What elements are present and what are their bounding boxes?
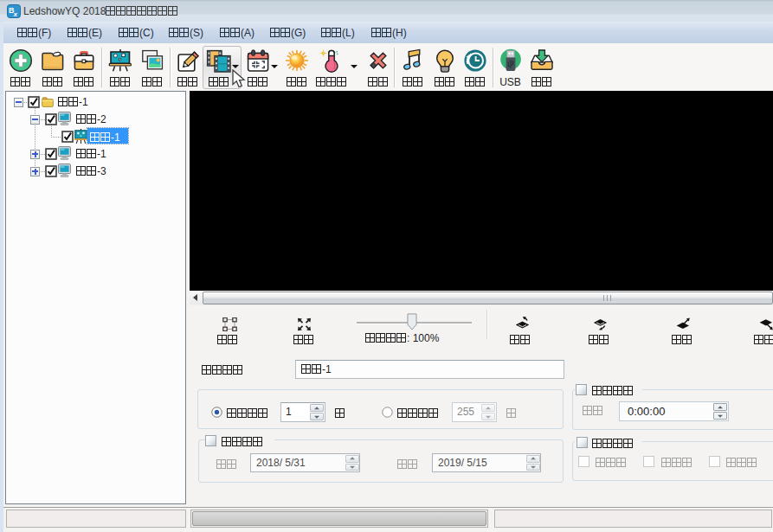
svg-text:x: x: [13, 10, 18, 18]
